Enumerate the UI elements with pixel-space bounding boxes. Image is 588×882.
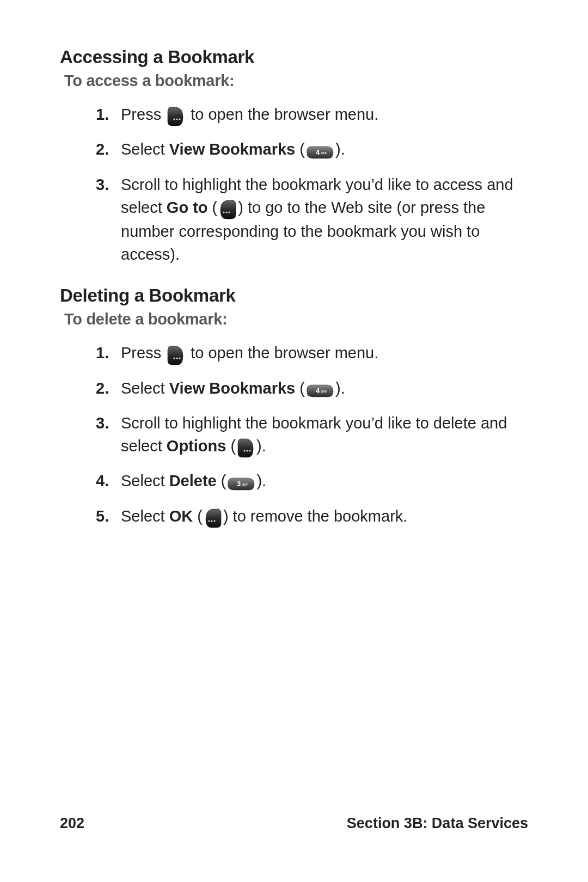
step-number: 1. xyxy=(96,103,109,126)
list-item: 3.Scroll to highlight the bookmark you’d… xyxy=(99,173,528,266)
bold-term: Delete xyxy=(169,472,217,489)
list-item: 4.Select Delete ( 3 DEF ). xyxy=(99,469,528,493)
softkey-right-icon xyxy=(167,343,185,366)
list-item: 2.Select View Bookmarks ( 4 GHI ). xyxy=(99,377,528,401)
step-number: 5. xyxy=(96,505,109,528)
svg-point-10 xyxy=(179,357,181,359)
step-number: 3. xyxy=(96,412,109,434)
step-body: Select OK ( ) to remove the bookmark. xyxy=(121,507,407,525)
bold-term: Options xyxy=(167,437,226,455)
step-number: 4. xyxy=(96,469,109,492)
svg-point-19 xyxy=(211,520,212,522)
page-number: 202 xyxy=(60,815,84,832)
step-number: 3. xyxy=(96,173,109,196)
step-body: Select Delete ( 3 DEF ). xyxy=(121,472,266,489)
heading-accessing-bookmark: Accessing a Bookmark xyxy=(60,47,528,68)
bold-term: View Bookmarks xyxy=(169,140,296,158)
step-body: Scroll to highlight the bookmark you’d l… xyxy=(121,176,513,263)
step-number: 2. xyxy=(96,377,109,400)
list-item: 5.Select OK ( ) to remove the bookmark. xyxy=(99,505,528,529)
svg-point-9 xyxy=(176,357,178,359)
softkey-right-icon xyxy=(167,104,185,127)
step-body: Scroll to highlight the bookmark you’d l… xyxy=(121,414,507,455)
key-3def-icon: 3 DEF xyxy=(227,471,255,494)
svg-point-15 xyxy=(249,450,250,452)
step-body: Select View Bookmarks ( 4 GHI ). xyxy=(121,379,345,397)
bold-term: OK xyxy=(169,507,193,525)
softkey-right-icon xyxy=(237,436,255,458)
svg-text:DEF: DEF xyxy=(242,483,248,486)
svg-point-0 xyxy=(174,119,175,120)
svg-point-18 xyxy=(208,520,210,522)
svg-point-14 xyxy=(246,450,248,452)
steps-list-access: 1.Press to open the browser menu.2.Selec… xyxy=(60,103,528,266)
subheading-delete: To delete a bookmark: xyxy=(64,310,528,328)
step-body: Press to open the browser menu. xyxy=(121,106,378,123)
bold-term: View Bookmarks xyxy=(169,379,296,397)
svg-point-2 xyxy=(179,119,181,120)
manual-page: Accessing a Bookmark To access a bookmar… xyxy=(0,0,588,882)
svg-point-13 xyxy=(243,450,245,452)
step-body: Select View Bookmarks ( 4 GHI ). xyxy=(121,140,345,158)
key-4ghi-icon: 4 GHI xyxy=(306,139,334,162)
svg-text:4: 4 xyxy=(316,387,320,395)
step-number: 2. xyxy=(96,138,109,161)
bold-term: Go to xyxy=(167,199,208,216)
subheading-access: To access a bookmark: xyxy=(64,72,528,90)
list-item: 1.Press to open the browser menu. xyxy=(99,103,528,127)
list-item: 3.Scroll to highlight the bookmark you’d… xyxy=(99,412,528,458)
page-footer: 202 Section 3B: Data Services xyxy=(60,815,528,832)
softkey-left-icon xyxy=(204,506,222,529)
steps-list-delete: 1.Press to open the browser menu.2.Selec… xyxy=(60,341,528,529)
svg-text:3: 3 xyxy=(237,480,241,488)
svg-text:GHI: GHI xyxy=(321,151,327,155)
key-4ghi-icon: 4 GHI xyxy=(306,378,334,401)
svg-point-5 xyxy=(223,211,225,213)
svg-text:GHI: GHI xyxy=(321,390,327,393)
section-label: Section 3B: Data Services xyxy=(347,815,528,832)
svg-point-6 xyxy=(226,211,228,213)
svg-point-1 xyxy=(176,119,178,120)
step-number: 1. xyxy=(96,341,109,364)
list-item: 2.Select View Bookmarks ( 4 GHI ). xyxy=(99,138,528,162)
svg-point-8 xyxy=(174,357,175,359)
list-item: 1.Press to open the browser menu. xyxy=(99,341,528,365)
step-body: Press to open the browser menu. xyxy=(121,344,378,362)
heading-deleting-bookmark: Deleting a Bookmark xyxy=(60,285,528,306)
softkey-left-icon xyxy=(218,197,237,220)
svg-point-20 xyxy=(213,520,215,522)
svg-text:4: 4 xyxy=(316,148,320,156)
svg-point-7 xyxy=(229,211,230,213)
